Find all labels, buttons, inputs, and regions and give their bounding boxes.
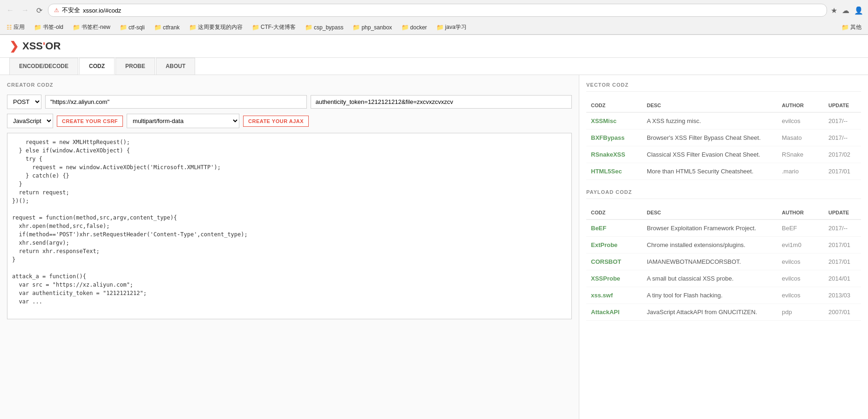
cloud-button[interactable]: ☁ xyxy=(842,6,849,15)
browser-icons-right: ★ ☁ 👤 xyxy=(831,6,863,15)
logo-arrow-icon: ❯ xyxy=(9,40,19,53)
codz-link[interactable]: XSSProbe xyxy=(591,275,620,282)
browser-chrome: ← → ⟳ ⚠ 不安全 xssor.io/#codz ★ ☁ 👤 ☷ 应用 📁 … xyxy=(0,0,868,35)
codz-update: 2013/03 xyxy=(824,287,861,304)
url-input[interactable] xyxy=(45,95,307,109)
profile-button[interactable]: 👤 xyxy=(854,6,863,15)
table-row: XSSProbe A small but classical XSS probe… xyxy=(586,270,861,287)
codz-author: .mario xyxy=(777,163,824,180)
tab-about[interactable]: ABOUT xyxy=(156,58,196,75)
codz-update: 2017/-- xyxy=(824,220,861,237)
method-select[interactable]: POST GET xyxy=(7,95,41,109)
codz-desc: IAMANEWBOTNAMEDCORSBOT. xyxy=(642,254,777,270)
bookmark-php[interactable]: 📁 php_sanbox xyxy=(351,23,393,32)
codz-update: 2014/01 xyxy=(824,270,861,287)
codz-desc: A tiny tool for Flash hacking. xyxy=(642,287,777,304)
folder-icon-5: 📁 xyxy=(252,24,259,31)
form-row-2: JavaScript PHP Python CREATE YOUR CSRF m… xyxy=(7,114,572,128)
table-row: HTML5Sec More than HTML5 Security Cheats… xyxy=(586,163,861,180)
codz-link[interactable]: HTML5Sec xyxy=(591,168,622,175)
codz-update: 2017/01 xyxy=(824,163,861,180)
address-bar[interactable]: ⚠ 不安全 xssor.io/#codz xyxy=(48,4,827,17)
content-type-select[interactable]: multipart/form-data application/x-www-fo… xyxy=(127,114,239,128)
codz-update: 2017/01 xyxy=(824,237,861,254)
payload-col-author: AUTHOR xyxy=(777,206,824,220)
codz-link[interactable]: RSnakeXSS xyxy=(591,151,625,158)
code-textarea[interactable]: request = new XMLHttpRequest(); } else i… xyxy=(7,133,572,319)
codz-name[interactable]: ExtProbe xyxy=(586,237,642,254)
codz-name[interactable]: XSSProbe xyxy=(586,270,642,287)
folder-icon-2: 📁 xyxy=(120,24,127,31)
bookmark-new[interactable]: 📁 书签栏-new xyxy=(71,22,112,32)
codz-name[interactable]: RSnakeXSS xyxy=(586,146,642,163)
codz-desc: A XSS fuzzing misc. xyxy=(642,112,777,130)
params-input[interactable] xyxy=(311,95,572,109)
browser-toolbar: ← → ⟳ ⚠ 不安全 xssor.io/#codz ★ ☁ 👤 xyxy=(0,0,868,21)
vector-codz-table: CODZ DESC AUTHOR UPDATE XSSMisc A XSS fu… xyxy=(586,99,861,180)
folder-icon-0: 📁 xyxy=(34,24,41,31)
bookmark-apps[interactable]: ☷ 应用 xyxy=(5,22,27,32)
codz-link[interactable]: ExtProbe xyxy=(591,241,617,248)
forward-button[interactable]: → xyxy=(20,5,31,15)
codz-update: 2017/02 xyxy=(824,146,861,163)
codz-name[interactable]: AttackAPI xyxy=(586,304,642,321)
codz-name[interactable]: xss.swf xyxy=(586,287,642,304)
bookmark-ctf-blog[interactable]: 📁 CTF-大佬博客 xyxy=(250,22,298,32)
bookmark-weekly[interactable]: 📁 这周要复现的内容 xyxy=(187,22,244,32)
codz-link[interactable]: AttackAPI xyxy=(591,309,619,316)
folder-icon-1: 📁 xyxy=(73,24,80,31)
folder-icon-7: 📁 xyxy=(353,24,360,31)
vector-col-codz: CODZ xyxy=(586,99,642,112)
folder-icon-8: 📁 xyxy=(401,24,409,31)
tab-codz[interactable]: CODZ xyxy=(79,58,115,75)
table-row: xss.swf A tiny tool for Flash hacking. e… xyxy=(586,287,861,304)
bookmark-csp-label: csp_bypass xyxy=(314,24,343,31)
codz-link[interactable]: BXFBypass xyxy=(591,134,624,141)
codz-name[interactable]: XSSMisc xyxy=(586,112,642,130)
creator-codz-title: CREATOR CODZ xyxy=(7,82,572,88)
language-select[interactable]: JavaScript PHP Python xyxy=(7,114,53,128)
bookmark-docker[interactable]: 📁 docker xyxy=(400,23,429,32)
codz-name[interactable]: CORSBOT xyxy=(586,254,642,270)
folder-icon-10: 📁 xyxy=(841,24,849,31)
left-panel: CREATOR CODZ POST GET JavaScript PHP Pyt… xyxy=(0,75,579,419)
codz-link[interactable]: CORSBOT xyxy=(591,258,621,265)
back-button[interactable]: ← xyxy=(5,5,16,15)
codz-link[interactable]: xss.swf xyxy=(591,292,613,299)
logo-accent: ' xyxy=(43,40,45,52)
codz-update: 2007/01 xyxy=(824,304,861,321)
codz-author: evilcos xyxy=(777,112,824,130)
bookmark-star-button[interactable]: ★ xyxy=(831,6,837,15)
reload-button[interactable]: ⟳ xyxy=(34,5,44,16)
nav-tabs: ENCODE/DECODE CODZ PROBE ABOUT xyxy=(0,58,868,75)
bookmark-ctfsqli[interactable]: 📁 ctf-sqli xyxy=(118,23,147,32)
logo-container: ❯ XSS'OR xyxy=(9,40,61,53)
codz-name[interactable]: BXFBypass xyxy=(586,130,642,146)
app-header: ❯ XSS'OR xyxy=(0,35,868,58)
bookmark-ctf-blog-label: CTF-大佬博客 xyxy=(261,23,296,31)
codz-desc: Browser's XSS Filter Bypass Cheat Sheet. xyxy=(642,130,777,146)
codz-author: BeEF xyxy=(777,220,824,237)
tab-encode-decode[interactable]: ENCODE/DECODE xyxy=(9,58,78,75)
codz-link[interactable]: BeEF xyxy=(591,225,606,232)
create-csrf-button[interactable]: CREATE YOUR CSRF xyxy=(57,116,123,127)
codz-link[interactable]: XSSMisc xyxy=(591,117,617,124)
payload-codz-section: PAYLOAD CODZ CODZ DESC AUTHOR UPDATE BeE… xyxy=(586,189,861,321)
codz-name[interactable]: HTML5Sec xyxy=(586,163,642,180)
codz-name[interactable]: BeEF xyxy=(586,220,642,237)
vector-codz-section: VECTOR CODZ CODZ DESC AUTHOR UPDATE XSSM… xyxy=(586,82,861,180)
bookmark-java[interactable]: 📁 java学习 xyxy=(434,22,468,32)
create-ajax-button[interactable]: CREATE YOUR AJAX xyxy=(243,116,309,127)
table-row: BeEF Browser Exploitation Framework Proj… xyxy=(586,220,861,237)
payload-codz-table: CODZ DESC AUTHOR UPDATE BeEF Browser Exp… xyxy=(586,206,861,321)
bookmark-other[interactable]: 📁 其他 xyxy=(840,22,863,32)
codz-author: evi1m0 xyxy=(777,237,824,254)
payload-col-codz: CODZ xyxy=(586,206,642,220)
bookmark-csp[interactable]: 📁 csp_bypass xyxy=(303,23,345,32)
bookmark-old[interactable]: 📁 书签-old xyxy=(32,22,65,32)
bookmark-other-label: 其他 xyxy=(850,23,861,31)
vector-col-update: UPDATE xyxy=(824,99,861,112)
tab-probe[interactable]: PROBE xyxy=(115,58,155,75)
bookmark-ctfrank[interactable]: 📁 ctfrank xyxy=(152,23,182,32)
bookmark-java-label: java学习 xyxy=(445,23,467,31)
